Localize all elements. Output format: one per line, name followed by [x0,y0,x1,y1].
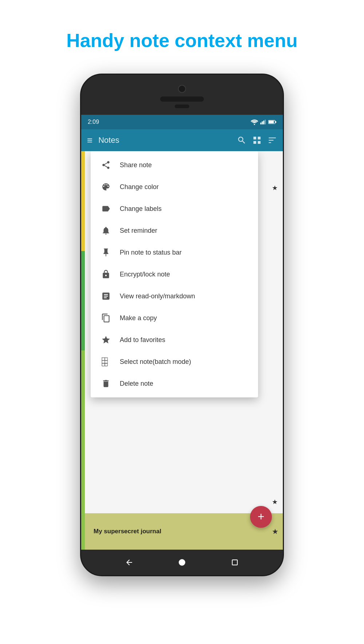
make-copy-item[interactable]: Make a copy [91,307,258,329]
add-note-fab[interactable]: + [250,506,272,528]
delete-note-item[interactable]: Delete note [91,373,258,394]
pin-note-item[interactable]: Pin note to status bar [91,242,258,263]
wifi-icon [251,119,258,125]
lock-icon [101,269,111,279]
sort-icon[interactable] [268,136,277,145]
change-color-item[interactable]: Change color [91,176,258,198]
copy-icon [101,313,111,323]
change-labels-label: Change labels [120,205,162,213]
status-icons [251,119,276,125]
palette-icon [101,182,111,192]
encrypt-note-item[interactable]: Encrypt/lock note [91,263,258,285]
phone-bottom-bezel [81,550,283,575]
select-batch-item[interactable]: Select note(batch mode) [91,351,258,373]
share-note-label: Share note [120,161,152,169]
label-icon [101,204,111,214]
context-menu: Share note Change color Change labels [91,151,258,397]
trash-icon [101,378,111,389]
svg-rect-4 [265,120,266,125]
svg-rect-7 [269,121,274,123]
svg-rect-11 [102,361,105,364]
change-color-label: Change color [120,183,159,191]
star-icon [101,335,111,345]
svg-rect-12 [105,361,108,364]
status-bar: 2:09 [81,115,283,129]
svg-point-15 [179,559,185,566]
recents-button[interactable] [229,557,241,568]
svg-rect-1 [260,123,261,125]
search-icon[interactable] [237,136,246,145]
star-indicator-1: ★ [272,184,278,192]
make-copy-label: Make a copy [120,314,157,322]
delete-note-label: Delete note [120,380,153,388]
svg-rect-10 [105,358,108,361]
bottom-note-title: My supersecret journal [94,528,161,535]
bottom-note-star: ★ [272,527,278,536]
encrypt-note-label: Encrypt/lock note [120,271,170,278]
page-title: Handy note context menu [52,29,312,52]
set-reminder-item[interactable]: Set reminder [91,220,258,242]
svg-point-0 [254,124,255,125]
change-labels-item[interactable]: Change labels [91,198,258,220]
grid-view-icon[interactable] [252,136,262,145]
star-indicator-2: ★ [272,498,278,506]
phone-frame: 2:09 [80,74,284,576]
hamburger-menu-icon[interactable]: ≡ [87,135,92,146]
share-icon [101,160,111,170]
svg-rect-6 [275,121,276,123]
toolbar-title: Notes [98,136,231,145]
view-readonly-item[interactable]: View read-only/markdown [91,285,258,307]
add-favorites-label: Add to favorites [120,336,165,344]
battery-icon [268,119,276,125]
reminder-icon [101,225,111,236]
pin-note-label: Pin note to status bar [120,249,182,256]
note-color-strips [81,151,85,550]
pin-icon [101,247,111,258]
view-readonly-label: View read-only/markdown [120,292,195,300]
svg-rect-13 [102,364,105,366]
signal-icon [260,119,266,125]
svg-rect-3 [263,121,264,124]
phone-screen: 2:09 [81,115,283,550]
notes-background: ★ ★ Share note Change color [81,151,283,550]
svg-rect-2 [262,122,263,125]
note-left-border [81,513,85,550]
app-toolbar: ≡ Notes [81,129,283,151]
select-batch-label: Select note(batch mode) [120,358,191,366]
phone-speaker [160,97,204,102]
back-button[interactable] [123,557,135,568]
add-favorites-item[interactable]: Add to favorites [91,329,258,351]
svg-rect-16 [232,560,237,565]
status-time: 2:09 [88,119,99,125]
phone-top-bezel [81,75,283,115]
phone-camera [178,85,186,93]
fab-plus-icon: + [258,511,265,522]
set-reminder-label: Set reminder [120,227,157,235]
phone-sensor [175,105,189,108]
book-icon [101,291,111,301]
svg-rect-9 [102,358,105,361]
svg-rect-14 [105,364,108,366]
share-note-item[interactable]: Share note [91,154,258,176]
batch-select-icon [101,357,111,367]
home-button[interactable] [176,557,188,568]
